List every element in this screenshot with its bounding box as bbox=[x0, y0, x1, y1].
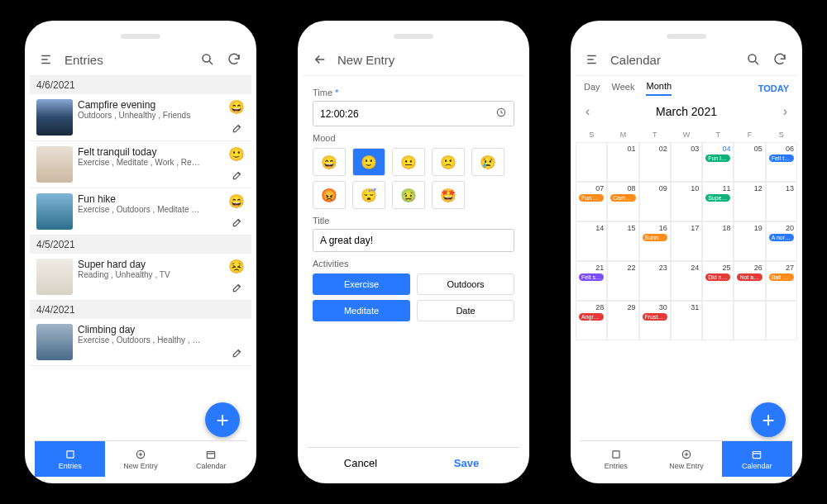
day-cell[interactable]: 11Super ha bbox=[702, 182, 734, 221]
calendar-event[interactable]: Super ha bbox=[705, 194, 730, 202]
day-cell[interactable]: 04Fun late n bbox=[702, 142, 734, 182]
day-cell[interactable] bbox=[702, 301, 734, 340]
day-cell[interactable]: 10 bbox=[671, 182, 702, 221]
day-cell[interactable]: 27Ball gam bbox=[766, 261, 797, 301]
nav-entries[interactable]: Entries bbox=[35, 441, 105, 477]
day-cell[interactable]: 18 bbox=[702, 221, 734, 261]
day-cell[interactable]: 24 bbox=[671, 261, 702, 301]
prev-month-icon[interactable]: ‹ bbox=[586, 104, 590, 119]
day-cell[interactable]: 14 bbox=[576, 221, 607, 261]
calendar-event[interactable]: Frustratin bbox=[643, 313, 667, 321]
add-entry-fab[interactable]: + bbox=[205, 402, 240, 437]
day-cell[interactable]: 26Not a gre bbox=[734, 261, 765, 301]
day-cell[interactable]: 23 bbox=[639, 261, 671, 301]
refresh-icon[interactable] bbox=[225, 50, 243, 69]
day-cell[interactable]: 05 bbox=[734, 142, 765, 182]
edit-icon[interactable] bbox=[232, 122, 243, 137]
day-cell[interactable]: 31 bbox=[671, 301, 702, 340]
mood-option[interactable]: 🙂 bbox=[352, 148, 385, 176]
nav-calendar[interactable]: Calendar bbox=[722, 441, 792, 477]
activity-option[interactable]: Outdoors bbox=[417, 273, 514, 295]
nav-new-entry[interactable]: New Entry bbox=[651, 441, 721, 477]
day-cell[interactable]: 17 bbox=[671, 221, 702, 261]
menu-icon[interactable] bbox=[584, 50, 602, 69]
edit-icon[interactable] bbox=[232, 216, 243, 231]
nav-entries[interactable]: Entries bbox=[581, 441, 651, 477]
add-entry-fab[interactable]: + bbox=[751, 402, 786, 437]
day-cell[interactable]: 12 bbox=[734, 182, 765, 221]
menu-icon[interactable] bbox=[38, 50, 56, 69]
calendar-event[interactable]: Did not s bbox=[705, 273, 730, 281]
day-cell[interactable] bbox=[734, 301, 765, 340]
save-button[interactable]: Save bbox=[414, 448, 519, 478]
tab-month[interactable]: Month bbox=[646, 81, 672, 96]
day-cell[interactable]: 19 bbox=[734, 221, 765, 261]
day-cell[interactable]: 08Campfire bbox=[607, 182, 638, 221]
nav-calendar[interactable]: Calendar bbox=[176, 441, 246, 477]
mood-option[interactable]: 🤩 bbox=[432, 181, 465, 209]
day-cell[interactable] bbox=[766, 301, 797, 340]
refresh-icon[interactable] bbox=[771, 50, 789, 69]
mood-emoji: 😄 bbox=[228, 193, 245, 209]
day-number: 11 bbox=[705, 184, 730, 193]
day-cell[interactable]: 13 bbox=[766, 182, 797, 221]
cancel-button[interactable]: Cancel bbox=[308, 448, 414, 478]
day-cell[interactable]: 22 bbox=[607, 261, 638, 301]
calendar-event[interactable]: Felt sick bbox=[579, 273, 604, 281]
mood-option[interactable]: 😐 bbox=[392, 148, 425, 176]
calendar-event[interactable]: Fun hike bbox=[579, 194, 604, 202]
day-cell[interactable] bbox=[576, 142, 607, 182]
search-icon[interactable] bbox=[744, 50, 762, 69]
today-button[interactable]: TODAY bbox=[758, 83, 789, 93]
edit-icon[interactable] bbox=[232, 347, 243, 362]
date-header: 4/4/2021 bbox=[30, 301, 251, 319]
edit-icon[interactable] bbox=[232, 169, 243, 184]
day-cell[interactable]: 15 bbox=[607, 221, 638, 261]
tab-day[interactable]: Day bbox=[584, 82, 600, 95]
calendar-event[interactable]: A normal bbox=[769, 234, 794, 241]
day-cell[interactable]: 16Sunny da bbox=[639, 221, 671, 261]
tab-week[interactable]: Week bbox=[612, 82, 635, 95]
day-cell[interactable]: 09 bbox=[639, 182, 671, 221]
entry-item[interactable]: Climbing dayExercise , Outdoors , Health… bbox=[30, 319, 251, 366]
calendar-event[interactable]: Angry tod bbox=[579, 313, 604, 321]
calendar-event[interactable]: Sunny da bbox=[643, 234, 667, 241]
back-icon[interactable] bbox=[311, 50, 329, 69]
search-icon[interactable] bbox=[198, 50, 217, 69]
mood-option[interactable]: 😢 bbox=[471, 148, 504, 176]
title-input[interactable]: A great day! bbox=[313, 229, 514, 252]
mood-option[interactable]: 😴 bbox=[352, 181, 385, 209]
calendar-event[interactable]: Ball gam bbox=[769, 273, 794, 281]
activity-option[interactable]: Meditate bbox=[313, 300, 410, 321]
mood-option[interactable]: 🙁 bbox=[432, 148, 465, 176]
day-cell[interactable]: 07Fun hike bbox=[576, 182, 607, 221]
entry-subtitle: Reading , Unhealthy , TV bbox=[78, 270, 202, 279]
time-input[interactable]: 12:00:26 bbox=[313, 101, 514, 126]
calendar-event[interactable]: Felt tranq bbox=[769, 155, 794, 162]
entry-item[interactable]: Campfire eveningOutdoors , Unhealthy , F… bbox=[30, 94, 251, 141]
day-cell[interactable]: 28Angry tod bbox=[576, 301, 607, 340]
activity-option[interactable]: Date bbox=[417, 300, 514, 321]
day-cell[interactable]: 21Felt sick bbox=[576, 261, 607, 301]
nav-new-entry[interactable]: New Entry bbox=[105, 441, 175, 477]
entry-item[interactable]: Super hard dayReading , Unhealthy , TV😣 bbox=[30, 254, 251, 301]
day-cell[interactable]: 25Did not s bbox=[702, 261, 734, 301]
mood-option[interactable]: 🤢 bbox=[392, 181, 425, 209]
edit-icon[interactable] bbox=[232, 282, 243, 297]
mood-option[interactable]: 😄 bbox=[313, 148, 346, 176]
calendar-event[interactable]: Not a gre bbox=[737, 273, 762, 281]
day-cell[interactable]: 06Felt tranq bbox=[766, 142, 797, 182]
day-cell[interactable]: 20A normal bbox=[766, 221, 797, 261]
day-cell[interactable]: 02 bbox=[639, 142, 671, 182]
day-cell[interactable]: 29 bbox=[607, 301, 638, 340]
day-cell[interactable]: 30Frustratin bbox=[639, 301, 671, 340]
day-cell[interactable]: 01 bbox=[607, 142, 638, 182]
day-cell[interactable]: 03 bbox=[671, 142, 702, 182]
activity-option[interactable]: Exercise bbox=[313, 273, 410, 295]
entry-item[interactable]: Felt tranquil todayExercise , Meditate ,… bbox=[30, 141, 251, 188]
entry-item[interactable]: Fun hikeExercise , Outdoors , Meditate ,… bbox=[30, 188, 251, 235]
next-month-icon[interactable]: › bbox=[783, 104, 787, 119]
calendar-event[interactable]: Campfire bbox=[610, 194, 635, 202]
mood-option[interactable]: 😡 bbox=[313, 181, 346, 209]
calendar-event[interactable]: Fun late n bbox=[705, 155, 730, 162]
